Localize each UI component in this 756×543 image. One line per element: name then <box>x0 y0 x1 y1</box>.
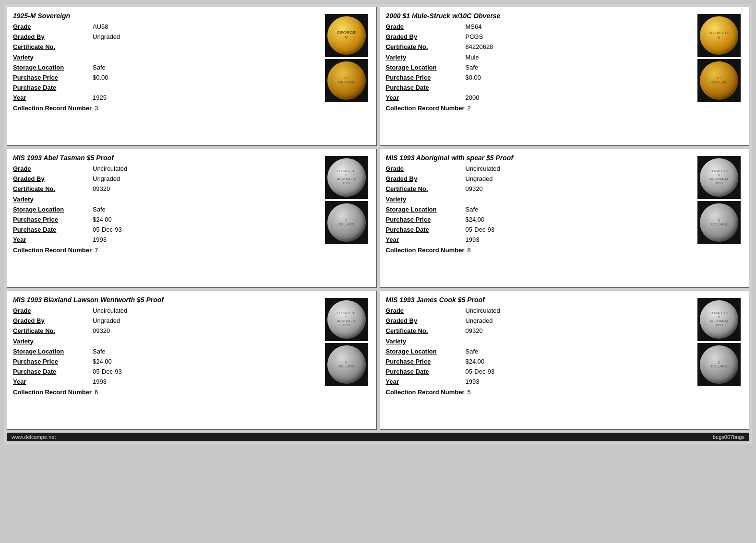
card-images-5: ELIZABETH IIAUSTRALIA1993 5DOLLARS <box>695 296 743 388</box>
field-label-5-2: Certificate No. <box>386 327 463 335</box>
field-row-4-5: Purchase Price $24.00 <box>13 357 318 366</box>
field-row-2-5: Purchase Price $24.00 <box>13 215 318 224</box>
card-info-3: MIS 1993 Aboriginal with spear $5 Proof … <box>386 154 696 256</box>
field-value-5-7: 1993 <box>466 378 480 386</box>
field-row-1-3: Variety Mule <box>386 53 691 62</box>
field-value-0-4: Safe <box>93 63 106 72</box>
field-value-2-2: 09320 <box>93 185 110 193</box>
field-row-4-8: Collection Record Number 6 <box>13 388 318 397</box>
field-value-2-4: Safe <box>93 205 106 214</box>
field-row-0-1: Graded By Ungraded <box>13 33 318 41</box>
field-value-4-7: 1993 <box>93 378 107 386</box>
field-row-5-7: Year 1993 <box>386 378 691 386</box>
field-value-0-7: 1925 <box>93 94 107 102</box>
field-row-4-7: Year 1993 <box>13 378 318 386</box>
field-row-2-3: Variety <box>13 195 318 204</box>
field-row-4-6: Purchase Date 05-Dec-93 <box>13 367 318 376</box>
field-label-4-5: Purchase Price <box>13 357 90 366</box>
field-label-1-4: Storage Location <box>386 63 463 72</box>
card-card-2: 2000 $1 Mule-Struck w/10C Obverse Grade … <box>380 7 750 146</box>
field-row-5-2: Certificate No. 09320 <box>386 327 691 335</box>
field-label-5-3: Variety <box>386 337 463 346</box>
field-value-3-7: 1993 <box>466 236 480 244</box>
field-value-3-0: Uncirculated <box>466 165 500 173</box>
field-label-3-0: Grade <box>386 165 463 173</box>
field-label-2-7: Year <box>13 236 90 244</box>
field-label-3-3: Variety <box>386 195 463 204</box>
field-label-1-0: Grade <box>386 23 463 31</box>
field-label-0-6: Purchase Date <box>13 83 90 92</box>
field-value-4-4: Safe <box>93 347 106 356</box>
field-row-1-1: Graded By PCGS <box>386 33 691 41</box>
field-value-4-0: Uncirculated <box>93 307 127 315</box>
field-row-0-3: Variety <box>13 53 318 62</box>
field-value-1-0: MS64 <box>466 23 482 31</box>
field-label-1-2: Certificate No. <box>386 43 463 51</box>
field-value-0-8: 3 <box>95 104 98 113</box>
field-label-2-2: Certificate No. <box>13 185 90 193</box>
page: 1925-M Sovereign Grade AU58 Graded By Un… <box>4 4 752 444</box>
field-row-5-5: Purchase Price $24.00 <box>386 357 691 366</box>
field-value-1-8: 2 <box>467 104 470 113</box>
field-label-1-6: Purchase Date <box>386 83 463 92</box>
field-value-5-1: Ungraded <box>466 317 493 325</box>
field-label-4-7: Year <box>13 378 90 386</box>
bottom-bar: www.delcampe.net bugs007bugs <box>7 433 749 441</box>
footer-right: bugs007bugs <box>713 434 744 440</box>
field-row-3-1: Graded By Ungraded <box>386 175 691 183</box>
card-card-1: 1925-M Sovereign Grade AU58 Graded By Un… <box>7 7 377 146</box>
field-value-2-5: $24.00 <box>93 215 112 224</box>
field-row-3-7: Year 1993 <box>386 236 691 244</box>
field-row-3-4: Storage Location Safe <box>386 205 691 214</box>
card-title-3: MIS 1993 Aboriginal with spear $5 Proof <box>386 154 691 162</box>
card-title-5: MIS 1993 James Cook $5 Proof <box>386 296 691 304</box>
field-row-0-2: Certificate No. <box>13 43 318 51</box>
field-label-0-2: Certificate No. <box>13 43 90 51</box>
field-value-3-2: 09320 <box>466 185 483 193</box>
field-value-2-8: 7 <box>95 246 98 255</box>
field-row-2-4: Storage Location Safe <box>13 205 318 214</box>
field-label-2-0: Grade <box>13 165 90 173</box>
field-value-5-0: Uncirculated <box>466 307 500 315</box>
footer-left: www.delcampe.net <box>12 434 56 440</box>
field-row-1-4: Storage Location Safe <box>386 63 691 72</box>
field-label-1-3: Variety <box>386 53 463 62</box>
field-value-3-4: Safe <box>466 205 479 214</box>
field-value-4-5: $24.00 <box>93 357 112 366</box>
field-row-5-6: Purchase Date 05-Dec-93 <box>386 367 691 376</box>
card-images-0: GEORGE V ST GEORGE <box>323 12 371 104</box>
field-value-3-6: 05-Dec-93 <box>466 225 495 234</box>
field-row-0-8: Collection Record Number 3 <box>13 104 318 113</box>
card-info-5: MIS 1993 James Cook $5 Proof Grade Uncir… <box>386 296 696 398</box>
field-row-3-8: Collection Record Number 8 <box>386 246 691 255</box>
card-images-4: ELIZABETH IIAUSTRALIA1993 5DOLLARS <box>323 296 371 388</box>
card-images-2: ELIZABETH IIAUSTRALIA1993 5DOLLARS <box>323 154 371 246</box>
field-row-1-0: Grade MS64 <box>386 23 691 31</box>
field-label-0-3: Variety <box>13 53 90 62</box>
field-row-2-6: Purchase Date 05-Dec-93 <box>13 225 318 234</box>
field-value-3-8: 8 <box>467 246 470 255</box>
field-row-3-2: Certificate No. 09320 <box>386 185 691 193</box>
field-value-2-1: Ungraded <box>93 175 120 183</box>
field-row-0-6: Purchase Date <box>13 83 318 92</box>
field-row-2-1: Graded By Ungraded <box>13 175 318 183</box>
field-row-3-0: Grade Uncirculated <box>386 165 691 173</box>
field-label-3-8: Collection Record Number <box>386 246 465 255</box>
field-value-2-0: Uncirculated <box>93 165 127 173</box>
field-label-0-0: Grade <box>13 23 90 31</box>
field-row-5-4: Storage Location Safe <box>386 347 691 356</box>
field-label-2-4: Storage Location <box>13 205 90 214</box>
card-images-1: ELIZABETH II $1DOLLAR <box>695 12 743 104</box>
field-value-2-7: 1993 <box>93 236 107 244</box>
card-title-4: MIS 1993 Blaxland Lawson Wentworth $5 Pr… <box>13 296 318 304</box>
card-card-3: MIS 1993 Abel Tasman $5 Proof Grade Unci… <box>7 149 377 288</box>
field-label-3-2: Certificate No. <box>386 185 463 193</box>
field-label-3-7: Year <box>386 236 463 244</box>
card-grid: 1925-M Sovereign Grade AU58 Graded By Un… <box>7 7 749 430</box>
field-row-0-4: Storage Location Safe <box>13 63 318 72</box>
field-row-3-6: Purchase Date 05-Dec-93 <box>386 225 691 234</box>
field-row-4-1: Graded By Ungraded <box>13 317 318 325</box>
card-info-2: MIS 1993 Abel Tasman $5 Proof Grade Unci… <box>13 154 323 256</box>
field-value-0-0: AU58 <box>93 23 108 31</box>
field-label-4-6: Purchase Date <box>13 367 90 376</box>
